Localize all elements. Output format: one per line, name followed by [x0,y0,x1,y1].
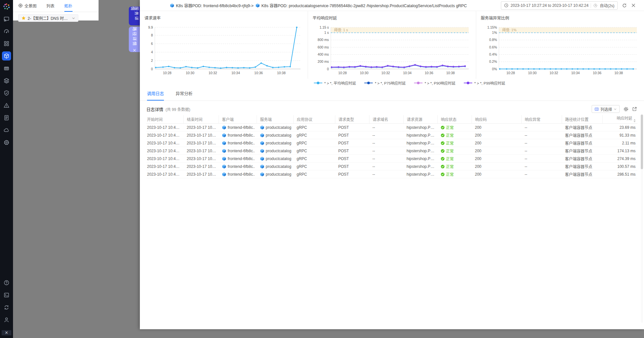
legend-item[interactable]: * > *, P99响应时延 [464,80,505,86]
col-response-code: 响应码 [472,115,521,124]
cell-response-code: 200 [472,124,521,131]
close-icon[interactable] [631,3,636,7]
drawer-tab-label: 路径详情 [132,27,136,47]
cell-path-stat-position: 客户端容器节点 [562,147,602,155]
scrollbar-thumb[interactable] [641,115,643,169]
drawer-title-client: K8s 容器POD: frontend-6fb8cb4bc9-rjfq9-> [170,2,254,8]
cell-request-resource: hipstershop.Produ... [403,170,437,178]
notification-close-button[interactable]: × [2,330,11,335]
log-table-header: 日志详情 (共 99 条数据) 列选择 [140,101,644,115]
request-rate-chart[interactable]: 9.98642010:2810:3010:3210:3410:3610:38 [140,21,308,80]
cell-request-domain: -- [369,170,403,178]
sidebar-item-logo[interactable] [2,2,11,11]
legend-item[interactable]: * > *, P75响应时延 [364,80,406,86]
sidebar-item-resource-cube-icon[interactable] [2,51,11,61]
cell-request-type: POST [335,139,369,147]
sidebar-item-help-icon[interactable] [2,278,11,287]
cell-start-time: 2023-10-17 10:41:... [146,124,183,131]
refresh-icon[interactable] [622,3,627,8]
cell-response-code: 200 [472,139,521,147]
sidebar-item-gear-icon[interactable] [2,138,11,147]
view-tab-全景图[interactable]: 全景图 [18,0,37,12]
svg-text:0: 0 [151,67,153,71]
chart-title: 平均响应时延 [313,15,476,21]
status-ok-icon [441,126,445,129]
pod-icon [170,3,174,8]
cell-request-domain: -- [369,147,403,155]
cell-response-code: 200 [472,131,521,139]
log-row[interactable]: 2023-10-17 10:41:...2023-10-17 10:41:...… [146,147,637,155]
legend-label: * > *, P99响应时延 [474,80,505,86]
log-row[interactable]: 2023-10-17 10:41:...2023-10-17 10:41:...… [146,124,637,131]
time-range-label: 2023-10-17 10:27:24 to 2023-10-17 10:42:… [511,3,589,8]
legend-marker [464,81,472,85]
svg-text:6: 6 [151,42,153,46]
avg-latency-chart[interactable]: 1.15 s1 s800 ms600 ms400 ms200 ms0阈值: 1 … [308,21,476,80]
path-detail-drawer: K8s 容器POD: frontend-6fb8cb4bc9-rjfq9-> K… [140,0,644,329]
topology-page-header: 全景图列表拓扑 2-【案例二】DNS 时延高 [13,0,99,20]
sidebar-item-sync-icon[interactable] [2,303,11,312]
section-tab-异常分析[interactable]: 异常分析 [176,90,193,101]
table-scrollbar[interactable] [641,115,643,323]
time-range-picker[interactable]: 2023-10-17 10:27:24 to 2023-10-17 10:42:… [501,1,618,10]
col-response-latency[interactable]: 响应时延 [602,115,637,124]
svg-text:1.15%: 1.15% [487,25,497,29]
chevron-down-icon [72,17,75,20]
svg-text:阈值: 1%: 阈值: 1% [502,28,517,32]
sidebar-item-gauge-icon[interactable] [2,27,11,36]
sidebar-item-cloud-icon[interactable] [2,126,11,135]
drawer-tab-close-icon[interactable] [133,49,136,52]
cell-response-latency: 274.39 ms [602,155,637,163]
table-settings-gear-icon[interactable] [624,107,628,112]
drawer-tab-path-detail[interactable]: 路径详情 [129,27,140,52]
cell-path-stat-position: 客户端容器节点 [562,124,602,131]
view-tab-label: 拓扑 [64,3,73,9]
sort-icon[interactable] [634,118,636,123]
cell-response-exception: -- [521,155,562,163]
view-tab-label: 全景图 [24,3,37,9]
log-detail-title: 日志详情 [146,106,163,112]
column-selector-button[interactable]: 列选择 [592,105,620,113]
view-tab-拓扑[interactable]: 拓扑 [64,0,73,12]
server-exception-chart[interactable]: 1.15%1%0.8%0.6%0.4%0.2%0%阈值: 1%10:2810:3… [476,21,644,80]
sidebar-item-cast-icon[interactable] [2,14,11,23]
status-ok-icon [441,165,445,169]
col-response-exception: 响应异常 [521,115,562,124]
status-ok-icon [441,157,445,161]
log-row[interactable]: 2023-10-17 10:40:...2023-10-17 10:40:...… [146,170,637,178]
cell-app-protocol: gRPC [293,170,335,178]
svg-text:10:28: 10:28 [338,71,347,75]
sidebar-item-report-icon[interactable] [2,113,11,122]
chart-title: 请求速率 [144,15,308,21]
cell-response-latency: 2.11 ms [602,139,637,147]
sidebar-item-user-icon[interactable] [2,315,11,324]
sidebar-item-shield-icon[interactable] [2,88,11,98]
view-tab-列表[interactable]: 列表 [47,0,55,12]
log-section-tabs: 调用日志异常分析 [140,87,644,101]
svg-text:8: 8 [151,33,153,37]
legend-item[interactable]: * > *, P90响应时延 [414,80,455,86]
legend-item[interactable]: * > *, 平均响应时延 [314,80,356,86]
log-row[interactable]: 2023-10-17 10:41:...2023-10-17 10:41:...… [146,155,637,163]
case-selector[interactable]: 2-【案例二】DNS 时延高 [18,14,78,22]
cell-request-type: POST [335,131,369,139]
star-icon [21,16,26,20]
view-tab-label: 列表 [47,3,55,9]
clock-icon [504,3,508,7]
pod-icon [260,141,264,145]
export-icon[interactable] [632,107,637,111]
col-request-resource: 请求资源 [403,115,437,124]
sidebar-item-container-icon[interactable] [2,64,11,73]
sidebar-item-alert-icon[interactable] [2,101,11,110]
sidebar-item-layers-icon[interactable] [2,76,11,85]
log-row[interactable]: 2023-10-17 10:41:...2023-10-17 10:41:...… [146,139,637,147]
cell-response-latency: 174.13 ms [602,147,637,155]
chart-avg-latency: 平均响应时延 1.15 s1 s800 ms600 ms400 ms200 ms… [308,11,476,79]
section-tab-调用日志[interactable]: 调用日志 [147,90,164,101]
sidebar-item-apps-icon[interactable] [2,39,11,48]
sidebar-item-doc-icon[interactable] [2,291,11,300]
drawer-tab-service-detail[interactable]: 服务详情 [129,7,140,25]
cell-response-latency: 286.51 ms [602,170,637,178]
log-row[interactable]: 2023-10-17 10:41:...2023-10-17 10:41:...… [146,163,637,170]
log-row[interactable]: 2023-10-17 10:41:...2023-10-17 10:41:...… [146,131,637,139]
